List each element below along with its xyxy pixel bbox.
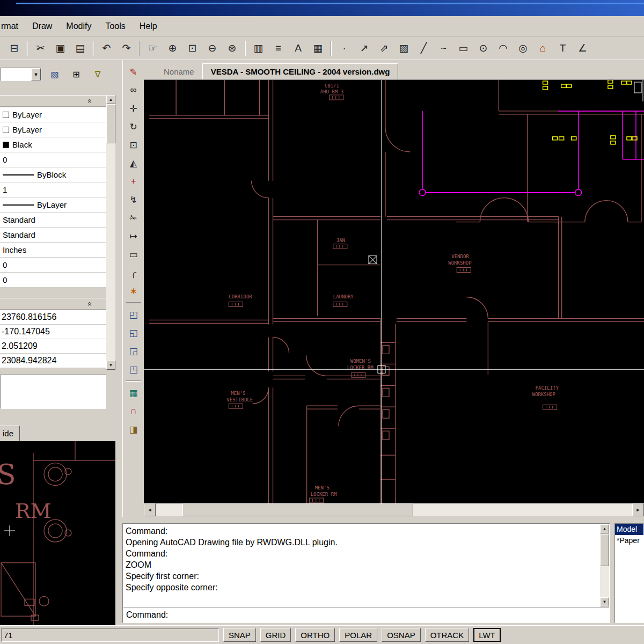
cut-button[interactable]: ✂ bbox=[31, 40, 50, 57]
layer-manager-button[interactable]: ▧ bbox=[47, 67, 63, 82]
copy-button[interactable]: ▣ bbox=[50, 40, 70, 57]
menu-item-modify[interactable]: Modify bbox=[59, 19, 98, 34]
toggle-lwt[interactable]: LWT bbox=[473, 628, 501, 642]
property-row[interactable]: 0 bbox=[0, 152, 106, 167]
insert-block-button[interactable]: ⌂ bbox=[533, 40, 553, 57]
scroll-thumb[interactable] bbox=[106, 105, 115, 143]
layers-button[interactable]: ▥ bbox=[248, 40, 268, 57]
property-row[interactable]: ByBlock bbox=[0, 167, 106, 182]
render-button[interactable]: ▦ bbox=[125, 385, 142, 401]
tab-noname[interactable]: Noname bbox=[156, 63, 202, 79]
scroll-down-icon[interactable]: ▼ bbox=[106, 361, 115, 370]
undo-button[interactable]: ↶ bbox=[97, 40, 116, 57]
paste-object-button[interactable]: ◳ bbox=[125, 361, 142, 377]
scroll-left-icon[interactable]: ◄ bbox=[144, 503, 156, 516]
property-row[interactable]: ByLayer bbox=[0, 107, 106, 122]
rectangle-button[interactable]: ▭ bbox=[453, 40, 473, 57]
property-row[interactable]: 0 bbox=[0, 273, 106, 288]
toggle-grid[interactable]: GRID bbox=[260, 628, 291, 642]
toggle-polar[interactable]: POLAR bbox=[339, 628, 377, 642]
properties-scrollbar[interactable]: ▲ ▼ bbox=[106, 95, 115, 370]
property-row[interactable]: Standard bbox=[0, 213, 106, 228]
dimension-button[interactable]: ∠ bbox=[573, 40, 592, 57]
property-row[interactable]: ByLayer bbox=[0, 197, 106, 213]
toggle-otrack[interactable]: OTRACK bbox=[425, 628, 470, 642]
collapse-icon[interactable]: « bbox=[85, 99, 94, 103]
break-button[interactable]: ↯ bbox=[125, 192, 142, 208]
collapse-icon[interactable]: « bbox=[85, 302, 94, 306]
tab-hide[interactable]: ide bbox=[0, 426, 20, 441]
menu-item-rmat[interactable]: rmat bbox=[0, 19, 25, 34]
sketch-button[interactable]: ✎ bbox=[125, 64, 142, 80]
move-button[interactable]: ✛ bbox=[125, 100, 142, 116]
mirror-button[interactable]: ◭ bbox=[125, 155, 142, 171]
linetype-button[interactable]: ≡ bbox=[268, 40, 288, 57]
text-button[interactable]: T bbox=[553, 40, 573, 57]
coordinate-readout[interactable]: 71 bbox=[1, 628, 219, 642]
hatch-button[interactable]: ▨ bbox=[394, 40, 414, 57]
arc-tool-button[interactable]: ∩ bbox=[125, 403, 142, 419]
copy-object-button[interactable]: ◰ bbox=[125, 306, 142, 323]
property-row[interactable]: 0 bbox=[0, 258, 106, 273]
combo-dropdown-icon[interactable]: ▼ bbox=[31, 68, 41, 80]
paste-button[interactable]: ▤ bbox=[70, 40, 90, 57]
scroll-right-icon[interactable]: ► bbox=[632, 503, 644, 516]
property-row[interactable]: 1 bbox=[0, 182, 106, 197]
text-style-button[interactable]: A bbox=[288, 40, 308, 57]
toggle-snap[interactable]: SNAP bbox=[223, 628, 256, 642]
drawing-preview[interactable]: SRM bbox=[0, 441, 115, 625]
trim-button[interactable]: ✁ bbox=[125, 210, 142, 226]
layer-states-button[interactable]: ⊞ bbox=[68, 67, 84, 82]
zoom-realtime-button[interactable]: ⊕ bbox=[163, 40, 182, 57]
property-row[interactable]: ByLayer bbox=[0, 122, 106, 137]
layer-combo-input[interactable] bbox=[1, 68, 31, 80]
layout-tab-paper[interactable]: *Paper bbox=[615, 535, 643, 546]
coordinate-value[interactable]: -170.147045 bbox=[0, 325, 106, 339]
extend-button[interactable]: ↦ bbox=[125, 228, 142, 244]
toggle-osnap[interactable]: OSNAP bbox=[382, 628, 421, 642]
horizontal-scrollbar[interactable]: ◄ ► bbox=[144, 503, 644, 516]
zoom-window-button[interactable]: ⊡ bbox=[182, 40, 202, 57]
line-button[interactable]: ╱ bbox=[414, 40, 434, 57]
explode-button[interactable]: ∗ bbox=[125, 283, 142, 299]
toggle-ortho[interactable]: ORTHO bbox=[295, 628, 335, 642]
scroll-up-icon[interactable]: ▲ bbox=[106, 95, 115, 104]
fillet-button[interactable]: ╭ bbox=[125, 265, 142, 281]
command-scrollbar[interactable]: ▲ ▼ bbox=[600, 524, 609, 606]
scroll-down-icon[interactable]: ▼ bbox=[600, 597, 609, 606]
layer-combo[interactable]: ▼ bbox=[1, 68, 41, 81]
snap-point-button[interactable]: + bbox=[125, 173, 142, 189]
property-row[interactable]: Standard bbox=[0, 228, 106, 243]
arc-button[interactable]: ◠ bbox=[493, 40, 513, 57]
point-button[interactable]: ∙ bbox=[334, 40, 354, 57]
print-button[interactable]: ⊟ bbox=[4, 40, 24, 57]
donut-button[interactable]: ◎ bbox=[513, 40, 533, 57]
match-properties-button[interactable]: ∞ bbox=[125, 82, 142, 98]
array-rectangle-button[interactable]: ▭ bbox=[125, 246, 142, 262]
zoom-extents-button[interactable]: ⊛ bbox=[222, 40, 242, 57]
hatch-fill-button[interactable]: ◨ bbox=[125, 421, 142, 437]
pan-button[interactable]: ☞ bbox=[143, 40, 163, 57]
polyline-button[interactable]: ~ bbox=[434, 40, 453, 57]
menu-item-help[interactable]: Help bbox=[133, 19, 164, 34]
property-row[interactable]: Inches bbox=[0, 243, 106, 258]
array-button[interactable]: ◲ bbox=[125, 343, 142, 359]
circle-button[interactable]: ⊙ bbox=[473, 40, 493, 57]
redo-button[interactable]: ↷ bbox=[116, 40, 136, 57]
layer-filter-button[interactable]: ∇ bbox=[90, 67, 106, 82]
multileader-button[interactable]: ⇗ bbox=[374, 40, 394, 57]
offset-button[interactable]: ◱ bbox=[125, 325, 142, 341]
menu-item-tools[interactable]: Tools bbox=[98, 19, 132, 34]
scroll-thumb[interactable] bbox=[600, 534, 609, 566]
tab-vesda-drawing[interactable]: VESDA - SMOOTH CEILING - 2004 version.dw… bbox=[202, 63, 399, 79]
coordinate-value[interactable]: 23084.942824 bbox=[0, 354, 106, 368]
coordinate-value[interactable]: 23760.816156 bbox=[0, 310, 106, 325]
leader-button[interactable]: ↗ bbox=[354, 40, 374, 57]
menu-item-draw[interactable]: Draw bbox=[25, 19, 59, 34]
drawing-canvas[interactable]: C01/1AHU RM 3JANVENDORWORKSHOPCORRIDORLA… bbox=[144, 79, 644, 503]
rotate-button[interactable]: ↻ bbox=[125, 119, 142, 135]
property-row[interactable]: Black bbox=[0, 137, 106, 152]
scale-button[interactable]: ⊡ bbox=[125, 137, 142, 153]
scroll-up-icon[interactable]: ▲ bbox=[600, 524, 609, 533]
command-input[interactable]: Command: bbox=[123, 607, 609, 622]
